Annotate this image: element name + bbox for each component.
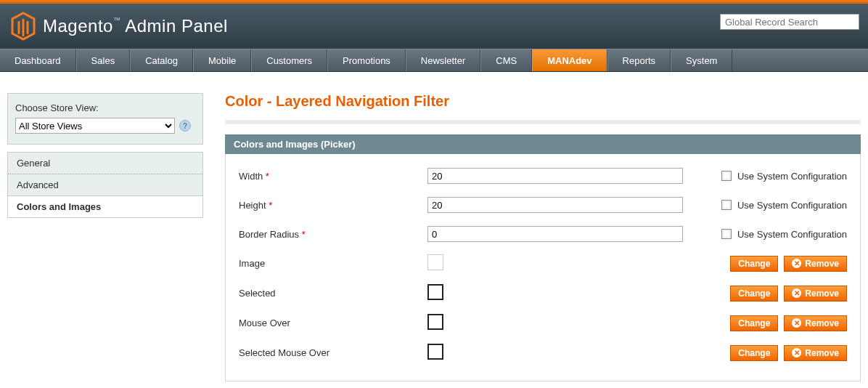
nav-item-sales[interactable]: Sales (76, 49, 131, 71)
change-button[interactable]: Change (730, 286, 778, 302)
input-height[interactable] (427, 197, 683, 213)
logo: Magento™ Admin Panel (11, 12, 228, 41)
swatch-sel_mouse_over[interactable] (427, 344, 443, 360)
label-mouse_over: Mouse Over (239, 318, 427, 328)
section-header: Colors and Images (Picker) (225, 134, 861, 154)
image-buttons: Change ✕Remove (730, 256, 847, 272)
nav-item-promotions[interactable]: Promotions (327, 49, 406, 71)
remove-button[interactable]: ✕Remove (784, 345, 847, 361)
row-selected: Selected Change ✕Remove (239, 284, 847, 302)
row-image: Image Change ✕Remove (239, 254, 847, 272)
store-view-select[interactable]: All Store Views (15, 118, 175, 134)
remove-button[interactable]: ✕Remove (784, 315, 847, 331)
use-system-checkbox[interactable] (721, 200, 732, 210)
page-title: Color - Layered Navigation Filter (225, 93, 861, 110)
use-system-wrap: Use System Configuration (721, 200, 847, 211)
field-image (427, 254, 683, 272)
swatch-mouse_over[interactable] (427, 314, 443, 330)
input-radius[interactable] (427, 226, 683, 242)
sidebar-tab-advanced[interactable]: Advanced (8, 174, 202, 195)
remove-button[interactable]: ✕Remove (784, 286, 847, 302)
remove-icon: ✕ (792, 259, 801, 268)
use-system-label: Use System Configuration (737, 229, 847, 240)
row-mouse_over: Mouse Over Change ✕Remove (239, 314, 847, 332)
main-nav: DashboardSalesCatalogMobileCustomersProm… (0, 49, 868, 72)
global-search-input[interactable] (720, 14, 859, 30)
remove-icon: ✕ (792, 318, 801, 328)
field-width (427, 168, 683, 184)
sidebar-tabs: GeneralAdvancedColors and Images (7, 152, 203, 218)
swatch-selected[interactable] (427, 284, 443, 300)
global-search (720, 14, 859, 30)
sidebar-tab-general[interactable]: General (8, 152, 202, 174)
label-width: Width * (239, 171, 427, 182)
change-button[interactable]: Change (730, 345, 778, 361)
use-system-wrap: Use System Configuration (721, 229, 847, 240)
image-buttons: Change ✕Remove (730, 315, 847, 331)
use-system-checkbox[interactable] (721, 229, 732, 239)
use-system-checkbox[interactable] (721, 171, 732, 181)
main-panel: Color - Layered Navigation Filter Colors… (225, 93, 861, 381)
nav-item-reports[interactable]: Reports (607, 49, 671, 71)
image-buttons: Change ✕Remove (730, 286, 847, 302)
use-system-label: Use System Configuration (737, 200, 847, 211)
nav-item-dashboard[interactable]: Dashboard (0, 49, 76, 71)
swatch-image[interactable] (427, 254, 443, 270)
brand-name: Magento (43, 16, 113, 36)
sidebar-tab-colors-and-images[interactable]: Colors and Images (8, 195, 202, 217)
remove-icon: ✕ (792, 288, 801, 298)
label-radius: Border Radius * (239, 229, 427, 240)
title-underline (225, 120, 861, 124)
panel-label: Admin Panel (125, 16, 228, 36)
nav-item-catalog[interactable]: Catalog (130, 49, 193, 71)
content: Choose Store View: All Store Views ? Gen… (0, 72, 868, 388)
use-system-label: Use System Configuration (737, 171, 847, 182)
image-buttons: Change ✕Remove (730, 345, 847, 361)
magento-logo-icon (11, 12, 36, 41)
label-image: Image (239, 258, 427, 269)
row-radius: Border Radius * Use System Configuration (239, 225, 847, 243)
use-system-wrap: Use System Configuration (721, 171, 847, 182)
nav-item-manadev[interactable]: MANAdev (532, 49, 607, 71)
field-selected (427, 284, 683, 302)
header: Magento™ Admin Panel (0, 4, 868, 49)
sidebar: Choose Store View: All Store Views ? Gen… (7, 93, 203, 381)
row-height: Height * Use System Configuration (239, 196, 847, 214)
label-height: Height * (239, 200, 427, 211)
remove-button[interactable]: ✕Remove (784, 256, 847, 272)
trademark: ™ (113, 16, 121, 24)
logo-text: Magento™ Admin Panel (43, 16, 228, 36)
nav-item-mobile[interactable]: Mobile (193, 49, 251, 71)
field-height (427, 197, 683, 213)
change-button[interactable]: Change (730, 315, 778, 331)
nav-item-customers[interactable]: Customers (251, 49, 327, 71)
nav-item-newsletter[interactable]: Newsletter (406, 49, 480, 71)
nav-item-cms[interactable]: CMS (480, 49, 532, 71)
nav-item-system[interactable]: System (671, 49, 732, 71)
field-radius (427, 226, 683, 242)
label-selected: Selected (239, 288, 427, 299)
input-width[interactable] (427, 168, 683, 184)
label-sel_mouse_over: Selected Mouse Over (239, 347, 427, 358)
section-body: Width * Use System Configuration Height … (225, 154, 861, 381)
row-width: Width * Use System Configuration (239, 167, 847, 185)
store-view-label: Choose Store View: (15, 102, 195, 113)
remove-icon: ✕ (792, 348, 801, 357)
row-sel_mouse_over: Selected Mouse Over Change ✕Remove (239, 344, 847, 362)
change-button[interactable]: Change (730, 256, 778, 272)
store-view-chooser: Choose Store View: All Store Views ? (7, 93, 203, 145)
field-mouse_over (427, 314, 683, 332)
help-icon[interactable]: ? (179, 120, 191, 132)
field-sel_mouse_over (427, 344, 683, 362)
